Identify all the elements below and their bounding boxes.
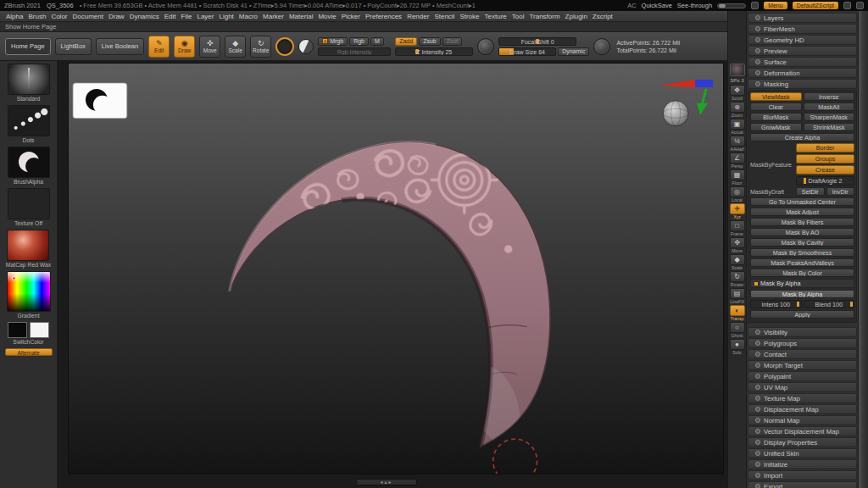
tool-palette-section[interactable]: Morph Target (748, 360, 857, 370)
menu-item[interactable]: Texture (482, 13, 509, 20)
menu-item[interactable]: Light (216, 13, 236, 20)
model-crescent[interactable] (230, 142, 550, 451)
home-page-button[interactable]: Home Page (5, 38, 51, 55)
color-gradient-square[interactable] (7, 271, 51, 312)
right-shelf-button[interactable]: ◎ Local (729, 186, 746, 202)
stroke-thumbnail[interactable] (8, 105, 50, 136)
menu-item[interactable]: Picker (339, 13, 363, 20)
right-shelf-button[interactable]: ✛ Xyz (729, 203, 746, 219)
menu-item[interactable]: Stroke (457, 13, 481, 20)
intensity-slider[interactable]: Intens 100 (750, 300, 802, 308)
bpr-render-button[interactable] (730, 64, 745, 76)
rgb-intensity-slider[interactable]: Rgb Intensity (318, 47, 391, 56)
right-shelf-button[interactable]: ▤ LineFill (729, 288, 746, 304)
tool-palette-section[interactable]: FiberMesh (748, 24, 857, 34)
menu-item[interactable]: Macro (236, 13, 260, 20)
tool-palette-section-masking[interactable]: Masking (748, 79, 857, 89)
mask-by-button[interactable]: Mask By AO (750, 228, 854, 236)
mask-by-button[interactable]: Mask By Cavity (750, 238, 854, 247)
material-selector[interactable]: MatCap Red Wax (6, 230, 51, 269)
zadd-button[interactable]: Zadd (395, 37, 417, 46)
texture-selector[interactable]: Texture Off (8, 188, 50, 227)
create-alpha-button[interactable]: Create Alpha (750, 133, 854, 141)
right-shelf-button[interactable]: ✥ Scroll (729, 85, 746, 101)
mrgb-button[interactable]: A Mrgb (318, 37, 348, 46)
growmask-button[interactable]: GrowMask (750, 123, 802, 131)
right-shelf-button[interactable]: ∠ Persp (729, 152, 746, 169)
menu-item[interactable]: Document (70, 13, 106, 20)
sharpenmask-button[interactable]: SharpenMask (804, 113, 855, 121)
right-shelf-button[interactable]: ✜ Move (729, 237, 746, 253)
menu-item[interactable]: Preferences (363, 13, 404, 20)
right-shelf-button[interactable]: ◐ Transp (729, 305, 746, 321)
blend-slider[interactable]: Blend 100 (804, 300, 855, 308)
right-shelf-button[interactable]: ◆ Scale (729, 254, 746, 270)
menu-item[interactable]: Marker (260, 13, 287, 20)
tool-palette-section[interactable]: Preview (748, 46, 857, 56)
zsub-button[interactable]: Zsub (419, 37, 441, 46)
mask-adjust-button[interactable]: Mask Adjust (750, 208, 854, 216)
tool-palette-section[interactable]: Contact (748, 349, 857, 359)
menu-item[interactable]: Color (48, 13, 70, 20)
tool-palette-section[interactable]: Unified Skin (748, 448, 857, 458)
tool-palette-section[interactable]: Surface (748, 57, 857, 67)
mask-by-button[interactable]: Mask By Fibers (750, 218, 854, 226)
mask-by-button[interactable]: Mask By Smoothness (750, 248, 854, 257)
tool-palette-section[interactable]: Deformation (748, 68, 857, 78)
window-menu-icon[interactable] (856, 2, 864, 9)
menu-item[interactable]: Brush (25, 13, 48, 20)
secondary-color-swatch[interactable] (30, 322, 49, 338)
m-button[interactable]: M (370, 37, 384, 46)
mask-by-button[interactable]: Mask By Color (750, 269, 854, 277)
quicksave-button[interactable]: QuickSave (642, 2, 672, 9)
tool-palette-section[interactable]: Import (748, 470, 857, 480)
tool-palette-section[interactable]: Visibility (748, 327, 857, 337)
tool-palette-section[interactable]: Geometry HD (748, 35, 857, 45)
focal-shift-slider[interactable]: Focal Shift 0 (498, 37, 576, 46)
shrinkmask-button[interactable]: ShrinkMask (804, 123, 855, 131)
tool-palette-section[interactable]: Layers (748, 13, 857, 23)
menu-item[interactable]: Layer (194, 13, 216, 20)
document-canvas[interactable] (68, 63, 724, 474)
mask-border-button[interactable]: Border (796, 143, 854, 152)
tool-palette-section[interactable]: Export (748, 481, 857, 488)
blurmask-button[interactable]: BlurMask (750, 113, 802, 121)
right-shelf-button[interactable]: ▦ Floor (729, 169, 746, 186)
material-thumbnail[interactable] (7, 230, 49, 261)
mask-crease-button[interactable]: Crease (796, 165, 854, 175)
draw-button[interactable]: ◉ Draw (174, 36, 195, 58)
mask-by-alpha-header[interactable]: Mask By Alpha (750, 279, 854, 288)
show-home-page-link[interactable]: Show Home Page (5, 23, 56, 30)
zcut-button[interactable]: Zcut (442, 37, 463, 46)
menu-item[interactable]: Edit (162, 13, 179, 20)
move-button[interactable]: ✜ Move (199, 36, 220, 58)
right-shelf-button[interactable]: □ Frame (729, 220, 746, 236)
clear-mask-button[interactable]: Clear (750, 103, 802, 111)
draw-size-slider[interactable]: Draw Size 64 (498, 47, 556, 56)
invdir-button[interactable]: InvDir (826, 187, 855, 196)
right-shelf-button[interactable]: ½ AAHalf (729, 136, 746, 152)
scale-button[interactable]: ◆ Scale (225, 36, 246, 58)
draw-size-knob[interactable] (593, 38, 610, 55)
tool-palette-section[interactable]: Initialize (748, 459, 857, 469)
alpha-selector[interactable]: BrushAlpha (8, 147, 50, 186)
menu-item[interactable]: Stencil (431, 13, 457, 20)
tool-palette-section[interactable]: Polypaint (748, 371, 857, 381)
brush-selector[interactable]: Standard (8, 64, 50, 103)
mask-by-button[interactable]: Mask PeaksAndValleys (750, 258, 854, 267)
menu-item[interactable]: File (179, 13, 195, 20)
stroke-selector[interactable]: Dots (8, 105, 50, 144)
menu-item[interactable]: Zscript (590, 13, 615, 20)
menu-item[interactable]: Tool (509, 13, 527, 20)
rgb-button[interactable]: Rgb (349, 37, 369, 46)
tool-palette-section[interactable]: Display Properties (748, 437, 857, 447)
menu-button[interactable]: Menu (764, 2, 787, 9)
maskall-button[interactable]: MaskAll (804, 103, 855, 111)
menu-item[interactable]: Render (404, 13, 431, 20)
menu-item[interactable]: Material (287, 13, 315, 20)
right-shelf-button[interactable]: ▣ Actual (729, 119, 746, 135)
z-intensity-slider[interactable]: Z Intensity 25 (395, 47, 473, 56)
brush-thumbnail[interactable] (8, 64, 50, 95)
right-shelf-button[interactable]: ↻ Rotate (729, 271, 746, 287)
menu-item[interactable]: Transform (526, 13, 562, 20)
